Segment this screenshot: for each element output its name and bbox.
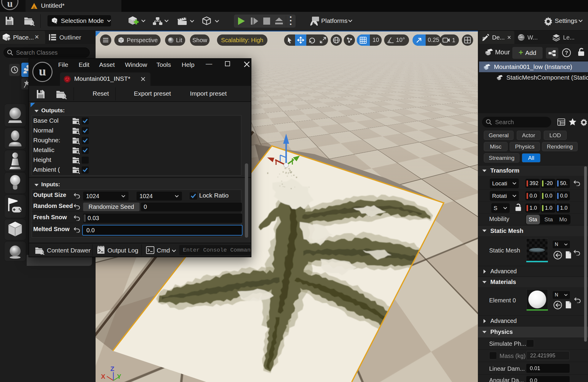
svg-text:Y: Y [117,373,121,380]
svg-text:?: ? [565,50,568,56]
svg-text:X: X [101,373,105,380]
svg-text:Z: Z [110,365,114,372]
